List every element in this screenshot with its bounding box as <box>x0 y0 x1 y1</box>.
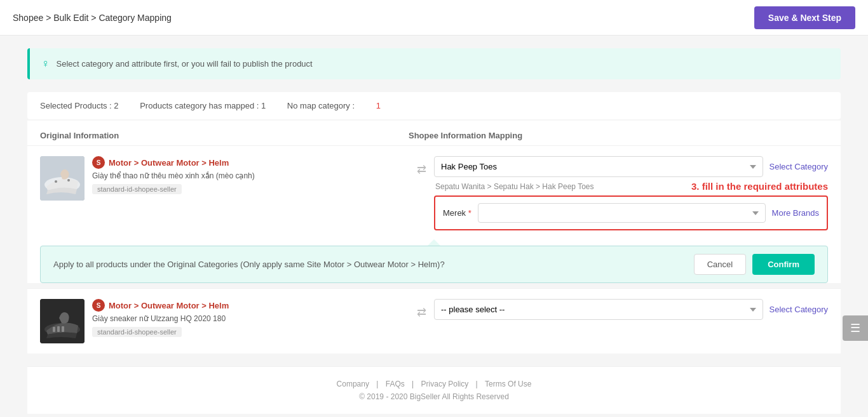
confirm-bar-actions: Cancel Confirm <box>694 254 815 275</box>
summary-row: Selected Products : 2 Products category … <box>27 92 841 119</box>
footer: Company | FAQs | Privacy Policy | Terms … <box>27 366 841 414</box>
platform-label-2: S Motor > Outwear Motor > Helm <box>92 299 409 312</box>
svg-point-2 <box>55 180 57 183</box>
fill-required-note-1: 3. fill in the required attributes <box>691 181 828 192</box>
mapping-top-2: -- please select -- Select Category <box>434 299 828 320</box>
category-select-1[interactable]: Hak Peep Toes <box>434 156 763 177</box>
breadcrumb: Shopee > Bulk Edit > Category Mapping <box>13 13 172 23</box>
header-original: Original Information <box>40 131 409 140</box>
no-map-label: No map category : <box>287 101 355 110</box>
select-category-link-2[interactable]: Select Category <box>770 305 829 314</box>
platform-label-1: S Motor > Outwear Motor > Helm <box>92 156 409 169</box>
no-map-value: 1 <box>376 101 381 110</box>
product-left-1: S Motor > Outwear Motor > Helm Giày thể … <box>40 156 409 201</box>
confirm-wrapper-1: Apply to all products under the Original… <box>40 246 828 283</box>
confirm-bar-text-1: Apply to all products under the Original… <box>53 260 688 269</box>
product-name-2: Giày sneaker nữ Ulzzang HQ 2020 180 <box>92 314 409 323</box>
product-name-1: Giày thể thao nữ thêu mèo xinh xắn (mèo … <box>92 171 409 180</box>
footer-link-privacy[interactable]: Privacy Policy <box>421 380 469 388</box>
footer-link-terms[interactable]: Terms Of Use <box>485 380 531 388</box>
product-tag-1: standard-id-shopee-seller <box>92 184 182 194</box>
scrollbar-widget[interactable]: ☰ <box>843 315 868 341</box>
alert-icon: ♀ <box>41 57 50 70</box>
section-headers: Original Information Shopee Information … <box>27 121 841 145</box>
attributes-section-1: Merek * More Brands <box>434 195 828 230</box>
alert-message: Select category and attribute first, or … <box>57 59 313 69</box>
svg-rect-7 <box>57 326 60 332</box>
save-next-button[interactable]: Save & Next Step <box>754 6 855 29</box>
mapped-label: Products category has mapped : 1 <box>140 101 266 110</box>
platform-icon-2: S <box>92 299 105 312</box>
product-right-2: -- please select -- Select Category <box>434 299 828 320</box>
header-shopee: Shopee Information Mapping <box>409 131 828 140</box>
transfer-arrow-1: ⇄ <box>409 162 434 176</box>
confirm-bar-1: Apply to all products under the Original… <box>40 246 828 283</box>
product-row-1: S Motor > Outwear Motor > Helm Giày thể … <box>27 145 841 283</box>
product-right-1: Hak Peep Toes Select Category Sepatu Wan… <box>434 156 828 230</box>
product-tag-2: standard-id-shopee-seller <box>92 327 182 337</box>
category-path-2: Motor > Outwear Motor > Helm <box>109 301 229 310</box>
product-row-2: S Motor > Outwear Motor > Helm Giày snea… <box>27 288 841 354</box>
more-brands-link[interactable]: More Brands <box>772 208 819 218</box>
svg-rect-8 <box>62 326 64 332</box>
cancel-button[interactable]: Cancel <box>694 254 746 275</box>
triangle-pointer <box>428 239 440 246</box>
selected-products-label: Selected Products : 2 <box>40 101 119 110</box>
attr-label-merek: Merek * <box>443 208 471 218</box>
alert-bar: ♀ Select category and attribute first, o… <box>27 48 841 79</box>
category-path-1: Motor > Outwear Motor > Helm <box>109 158 229 168</box>
footer-link-company[interactable]: Company <box>337 380 369 388</box>
product-info-2: S Motor > Outwear Motor > Helm Giày snea… <box>92 299 409 337</box>
select-category-link-1[interactable]: Select Category <box>770 162 829 171</box>
category-select-2[interactable]: -- please select -- <box>434 299 763 320</box>
confirm-button[interactable]: Confirm <box>752 254 815 275</box>
attr-required-star: * <box>468 208 471 218</box>
product-left-2: S Motor > Outwear Motor > Helm Giày snea… <box>40 299 409 343</box>
footer-links: Company | FAQs | Privacy Policy | Terms … <box>40 380 828 388</box>
product-thumbnail-2 <box>40 299 85 343</box>
mapping-top-1: Hak Peep Toes Select Category <box>434 156 828 177</box>
product-info-1: S Motor > Outwear Motor > Helm Giày thể … <box>92 156 409 194</box>
product-thumbnail-1 <box>40 156 85 201</box>
svg-point-3 <box>67 179 70 182</box>
attr-select-merek[interactable] <box>478 203 766 223</box>
mapped-path-1: Sepatu Wanita > Sepatu Hak > Hak Peep To… <box>434 182 594 191</box>
platform-icon-1: S <box>92 156 105 169</box>
footer-link-faqs[interactable]: FAQs <box>386 380 405 388</box>
footer-copyright: © 2019 - 2020 BigSeller All Rights Reser… <box>40 392 828 401</box>
transfer-arrow-2: ⇄ <box>409 305 434 319</box>
svg-rect-6 <box>53 327 55 332</box>
